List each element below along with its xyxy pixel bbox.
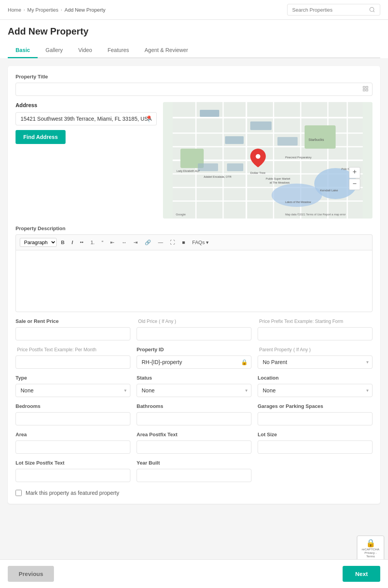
- property-id-wrap: 🔒: [137, 356, 251, 369]
- ordered-list-button[interactable]: 1.: [88, 238, 97, 247]
- price-postfix-input[interactable]: [16, 356, 130, 369]
- editor-toolbar: Paragraph Heading 1 Heading 2 B I •• 1. …: [16, 234, 372, 250]
- align-right-button[interactable]: ⇥: [131, 238, 140, 247]
- map-view[interactable]: Starbucks Dollar Tree Pinecrest Preparat…: [163, 102, 372, 219]
- area-field: Area: [16, 432, 130, 454]
- year-built-label: Year Built: [137, 460, 251, 466]
- featured-checkbox-row: Mark this property as featured property: [16, 490, 372, 496]
- bathrooms-input[interactable]: [137, 412, 251, 425]
- svg-line-1: [373, 11, 374, 12]
- page-header: Add New Property Basic Gallery Video Fea…: [0, 20, 388, 58]
- location-select[interactable]: None: [258, 384, 372, 397]
- featured-checkbox[interactable]: [16, 490, 22, 496]
- tab-basic[interactable]: Basic: [8, 43, 38, 58]
- lot-size-postfix-label: Lot Size Postfix Text: [16, 460, 130, 466]
- align-center-button[interactable]: ↔: [119, 238, 129, 247]
- svg-rect-2: [363, 87, 365, 88]
- property-title-input[interactable]: [16, 83, 372, 96]
- tab-video[interactable]: Video: [71, 43, 100, 58]
- svg-rect-26: [250, 121, 272, 130]
- type-select-wrap: None: [16, 384, 130, 397]
- status-select-wrap: None: [137, 384, 251, 397]
- parent-property-select[interactable]: No Parent: [258, 356, 372, 369]
- type-field: Type None: [16, 375, 130, 397]
- hr-button[interactable]: —: [155, 238, 166, 247]
- faqs-button[interactable]: FAQs ▾: [189, 238, 211, 247]
- id-parent-row: Price Postfix TextExample: Per Month Pro…: [16, 347, 372, 369]
- parent-property-select-wrap: No Parent: [258, 356, 372, 369]
- svg-text:Lady Elizabeth ALF: Lady Elizabeth ALF: [177, 170, 200, 173]
- price-postfix-label: Price Postfix TextExample: Per Month: [16, 347, 130, 352]
- bedrooms-input[interactable]: [16, 412, 130, 425]
- area-input[interactable]: [16, 441, 130, 454]
- breadcrumb-my-properties[interactable]: My Properties: [27, 7, 58, 13]
- address-input[interactable]: [16, 112, 157, 125]
- lock-icon: 🔒: [241, 359, 248, 365]
- svg-text:Pinecrest Preparatory: Pinecrest Preparatory: [285, 156, 312, 159]
- status-field: Status None: [137, 375, 251, 397]
- pin-icon: 📍: [145, 115, 153, 123]
- type-select[interactable]: None: [16, 384, 130, 397]
- description-section: Property Description Paragraph Heading 1…: [16, 225, 372, 312]
- svg-text:Dollar Tree: Dollar Tree: [250, 171, 266, 175]
- bullet-list-button[interactable]: ••: [77, 238, 86, 247]
- svg-text:Map data ©2021  Terms of Use  : Map data ©2021 Terms of Use Report a map…: [285, 213, 346, 216]
- year-built-input[interactable]: [137, 469, 251, 482]
- bold-button[interactable]: B: [58, 238, 67, 247]
- year-built-field: Year Built: [137, 460, 251, 482]
- description-editor[interactable]: [16, 250, 372, 312]
- svg-rect-25: [200, 110, 219, 117]
- blockquote-button[interactable]: “: [99, 238, 106, 247]
- italic-button[interactable]: I: [69, 238, 76, 247]
- lot-year-row: Lot Size Postfix Text Year Built: [16, 460, 372, 482]
- find-address-button[interactable]: Find Address: [16, 130, 66, 144]
- lot-size-postfix-field: Lot Size Postfix Text: [16, 460, 130, 482]
- search-icon: [369, 7, 375, 13]
- sale-rent-price-field: Sale or Rent Price: [16, 318, 130, 340]
- table-button[interactable]: ■: [179, 238, 188, 247]
- tab-gallery[interactable]: Gallery: [38, 43, 70, 58]
- old-price-input[interactable]: [137, 327, 251, 340]
- top-bar: Home › My Properties › Add New Property: [0, 0, 388, 20]
- breadcrumb-sep-2: ›: [61, 7, 62, 12]
- property-id-input[interactable]: [137, 356, 251, 369]
- paragraph-select[interactable]: Paragraph Heading 1 Heading 2: [20, 238, 57, 247]
- location-label: Location: [258, 375, 372, 381]
- svg-rect-27: [225, 136, 244, 144]
- old-price-label: Old Price( If Any ): [137, 318, 251, 324]
- align-left-button[interactable]: ⇤: [107, 238, 117, 247]
- svg-text:Starbucks: Starbucks: [308, 138, 324, 142]
- svg-rect-28: [198, 163, 218, 171]
- lot-size-input[interactable]: [258, 441, 372, 454]
- description-label: Property Description: [16, 225, 372, 231]
- property-id-field: Property ID 🔒: [137, 347, 251, 369]
- svg-text:−: −: [353, 180, 357, 187]
- svg-point-0: [370, 7, 374, 12]
- sale-rent-price-input[interactable]: [16, 327, 130, 340]
- garages-input[interactable]: [258, 412, 372, 425]
- lot-size-postfix-input[interactable]: [16, 469, 130, 482]
- price-prefix-field: Price Prefix TextExample: Starting Form: [258, 318, 372, 340]
- garages-label: Garages or Parking Spaces: [258, 403, 372, 409]
- tabs-bar: Basic Gallery Video Features Agent & Rev…: [8, 43, 380, 58]
- search-box: [287, 4, 380, 16]
- breadcrumb-home[interactable]: Home: [8, 7, 21, 13]
- area-postfix-field: Area Postfix Text: [137, 432, 251, 454]
- tab-agent-reviewer[interactable]: Agent & Reviewer: [137, 43, 196, 58]
- breadcrumb: Home › My Properties › Add New Property: [8, 7, 106, 13]
- search-input[interactable]: [292, 7, 366, 13]
- breadcrumb-sep-1: ›: [24, 7, 25, 12]
- link-button[interactable]: 🔗: [142, 238, 154, 247]
- address-input-wrap: 📍: [16, 112, 157, 125]
- map-container: Starbucks Dollar Tree Pinecrest Preparat…: [163, 102, 372, 219]
- beds-baths-garages-row: Bedrooms Bathrooms Garages or Parking Sp…: [16, 403, 372, 425]
- fullscreen-button[interactable]: ⛶: [167, 238, 178, 247]
- location-select-wrap: None: [258, 384, 372, 397]
- status-select[interactable]: None: [137, 384, 251, 397]
- tab-features[interactable]: Features: [100, 43, 137, 58]
- area-postfix-input[interactable]: [137, 441, 251, 454]
- featured-label[interactable]: Mark this property as featured property: [26, 490, 119, 496]
- svg-text:Publix Super Market: Publix Super Market: [266, 177, 290, 180]
- price-prefix-input[interactable]: [258, 327, 372, 340]
- svg-point-32: [256, 154, 260, 159]
